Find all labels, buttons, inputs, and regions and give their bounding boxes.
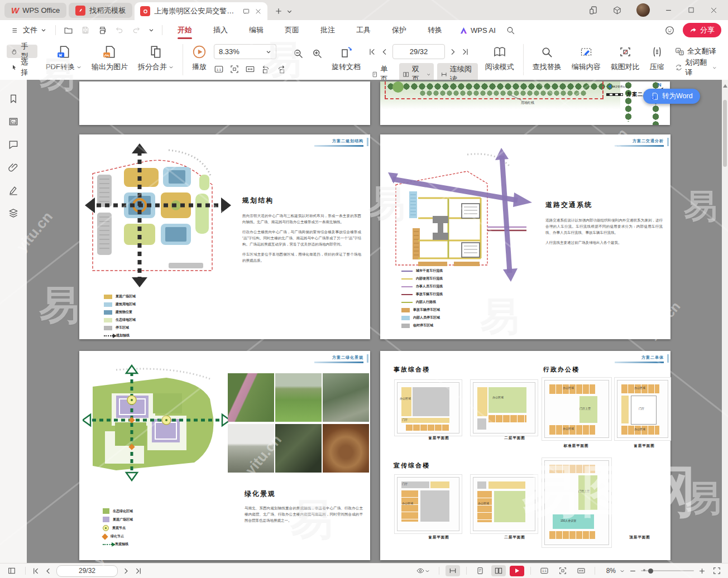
- sidebar-toggle-button[interactable]: [4, 565, 19, 576]
- continuous-reading-toggle[interactable]: [446, 565, 460, 576]
- actual-size-button[interactable]: [537, 565, 552, 576]
- split-merge-button[interactable]: 拆分合并: [138, 43, 174, 73]
- export-image-button[interactable]: 输出为图片: [92, 43, 128, 73]
- tab-wps-home[interactable]: W WPS Office: [4, 3, 66, 18]
- next-page-button[interactable]: [448, 47, 457, 56]
- tab-edit-menu[interactable]: 编辑: [238, 20, 274, 40]
- view-mode-button[interactable]: [413, 565, 433, 576]
- tab-preview-icon[interactable]: [242, 7, 250, 15]
- tab-annotate-menu[interactable]: 批注: [310, 20, 346, 40]
- layers-panel-icon[interactable]: [8, 208, 19, 219]
- tab-insert-menu[interactable]: 插入: [203, 20, 238, 40]
- page-indicator-input[interactable]: 29/32: [392, 44, 445, 59]
- document-canvas[interactable]: 用地红线 建设管理出入口 方案二总平面图 N 方案二规划结构: [27, 80, 722, 563]
- single-page-toggle[interactable]: [473, 565, 487, 576]
- thumbnails-panel-icon[interactable]: [8, 116, 19, 127]
- close-button[interactable]: [710, 6, 718, 15]
- tab-current-document[interactable]: 上海崇明区公安局交警大队办: [135, 2, 267, 20]
- file-menu[interactable]: 文件: [7, 25, 51, 35]
- zoom-out-button[interactable]: [293, 48, 304, 59]
- plan-caption: 首层平面图: [619, 444, 669, 449]
- tab-protect-menu[interactable]: 保护: [381, 20, 417, 40]
- rotate-document-button[interactable]: 旋转文档: [332, 43, 361, 73]
- quickbar-chevron-icon[interactable]: [149, 27, 154, 33]
- floor-plan-admin-first: 办公区域 门厅 办公区域: [617, 380, 668, 438]
- legend-item: 景观轴线: [103, 542, 133, 547]
- bookmarks-panel-icon[interactable]: [8, 93, 19, 104]
- signature-panel-icon[interactable]: [8, 185, 19, 196]
- last-page-button[interactable]: [461, 47, 470, 56]
- tab-page-menu[interactable]: 页面: [274, 20, 310, 40]
- tab-close-icon[interactable]: [255, 8, 262, 15]
- attachments-panel-icon[interactable]: [8, 162, 19, 173]
- scrollbar-thumb[interactable]: [723, 100, 727, 167]
- share-button[interactable]: 分享: [683, 23, 721, 37]
- vertical-scrollbar[interactable]: [722, 80, 728, 563]
- open-file-icon[interactable]: [64, 26, 73, 35]
- scroll-up-arrow[interactable]: [723, 84, 727, 88]
- apps-cube-icon[interactable]: [612, 6, 622, 15]
- prev-page-button[interactable]: [44, 567, 52, 575]
- status-zoom-value[interactable]: 8%: [601, 567, 616, 575]
- tab-list-chevron-icon[interactable]: [286, 8, 293, 15]
- new-tab-button[interactable]: [274, 7, 283, 16]
- zoom-slider[interactable]: [641, 570, 694, 571]
- landscape-p1: 与南北、东西向规划轴线重合的景观轴线，串连着中心广场、行政办公主楼内庭院、北广场…: [245, 505, 363, 523]
- tab-convert-menu[interactable]: 转换: [417, 20, 453, 40]
- wps-logo-icon: W: [11, 6, 18, 15]
- fit-page-button[interactable]: [229, 64, 240, 74]
- play-button[interactable]: 播放: [192, 43, 207, 73]
- hand-tool-button[interactable]: 手型: [7, 45, 37, 58]
- fit-width-button[interactable]: [245, 64, 255, 74]
- divider: [439, 567, 439, 575]
- floor-plan-admin-top: 门厅上空 150人会议室: [544, 460, 609, 545]
- redo-icon[interactable]: [132, 26, 141, 35]
- last-page-button[interactable]: [134, 567, 142, 575]
- find-replace-button[interactable]: 查找替换: [533, 43, 562, 73]
- convert-to-word-button[interactable]: 转为Word: [643, 89, 700, 104]
- actual-size-button[interactable]: [214, 64, 224, 74]
- screenshot-compare-button[interactable]: 截图对比: [611, 43, 640, 73]
- compress-button[interactable]: 压缩: [650, 43, 664, 73]
- first-page-button[interactable]: [32, 567, 40, 575]
- zoom-in-button[interactable]: [698, 567, 706, 575]
- tab-tools-menu[interactable]: 工具: [346, 20, 381, 40]
- room-label: 办公区域: [478, 502, 489, 505]
- read-mode-button[interactable]: 阅读模式: [485, 43, 514, 73]
- presentation-play-button[interactable]: [510, 566, 524, 576]
- print-icon[interactable]: [98, 26, 107, 35]
- edit-content-button[interactable]: 编辑内容: [572, 43, 601, 73]
- zoom-chevron-icon[interactable]: [620, 569, 625, 574]
- undo-icon[interactable]: [115, 26, 124, 35]
- fit-page-button[interactable]: [555, 565, 570, 576]
- zoom-out-button[interactable]: [629, 567, 637, 575]
- prev-page-button[interactable]: [380, 47, 389, 56]
- zoom-in-button[interactable]: [312, 48, 323, 59]
- user-avatar[interactable]: [636, 3, 650, 17]
- rotate-left-button[interactable]: [261, 64, 271, 74]
- save-icon[interactable]: [81, 26, 90, 35]
- zoom-slider-handle[interactable]: [648, 569, 653, 574]
- double-page-toggle[interactable]: [491, 565, 506, 576]
- page-header: 方案二单体: [615, 355, 664, 360]
- comments-panel-icon[interactable]: [8, 139, 19, 150]
- menu-search-icon[interactable]: [506, 26, 515, 35]
- rotate-right-button[interactable]: [276, 64, 286, 74]
- tab-docer-templates[interactable]: 找稻壳模板: [69, 3, 132, 18]
- full-translate-button[interactable]: 全文翻译: [670, 45, 721, 58]
- page-indicator-input[interactable]: 29/32: [56, 565, 118, 577]
- tab-home-menu[interactable]: 开始: [167, 20, 203, 40]
- wps-ai-menu[interactable]: WPS AI: [453, 26, 502, 35]
- first-page-button[interactable]: [368, 47, 377, 56]
- next-page-button[interactable]: [122, 567, 130, 575]
- pdf-convert-button[interactable]: PDF转换: [46, 43, 82, 73]
- mobile-link-icon[interactable]: [588, 6, 598, 15]
- fit-width-button[interactable]: [574, 565, 588, 576]
- zoom-select[interactable]: 8.33%: [214, 44, 276, 59]
- minimize-button[interactable]: [664, 6, 673, 15]
- select-tool-button[interactable]: 选择: [7, 61, 37, 74]
- fullscreen-button[interactable]: [712, 566, 721, 575]
- word-translate-button[interactable]: 划词翻译: [670, 61, 721, 74]
- assistant-icon[interactable]: [664, 25, 675, 36]
- maximize-button[interactable]: [687, 6, 695, 14]
